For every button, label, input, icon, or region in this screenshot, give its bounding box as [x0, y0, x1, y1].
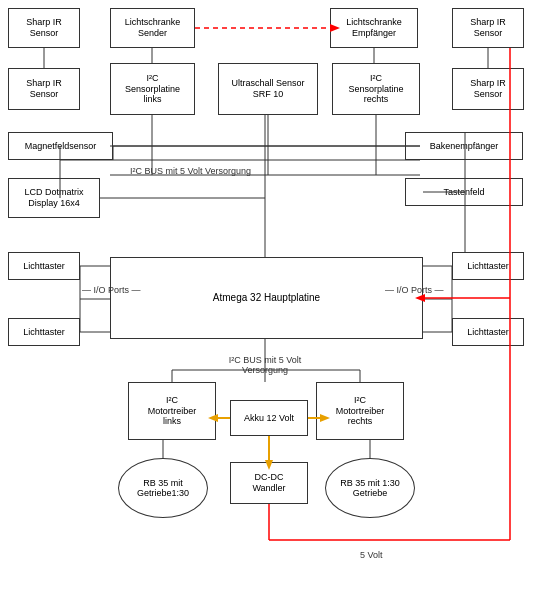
- five-volt-label: 5 Volt: [360, 550, 383, 560]
- lichttaster-bl: Lichttaster: [8, 318, 80, 346]
- lichttaster-tr: Lichttaster: [452, 252, 524, 280]
- lichttaster-br: Lichttaster: [452, 318, 524, 346]
- rb35-links: RB 35 mitGetriebe1:30: [118, 458, 208, 518]
- lichttaster-tl: Lichttaster: [8, 252, 80, 280]
- sharp-ir-tl: Sharp IRSensor: [8, 8, 80, 48]
- ultraschall: Ultraschall SensorSRF 10: [218, 63, 318, 115]
- lichtschranke-sender: LichtschrankeSender: [110, 8, 195, 48]
- hauptplatine: Atmega 32 Hauptplatine: [110, 257, 423, 339]
- io-ports-right-label: — I/O Ports —: [385, 285, 444, 295]
- i2c-bus-label-bottom: I²C BUS mit 5 VoltVersorgung: [175, 355, 355, 375]
- sharp-ir-mr: Sharp IRSensor: [452, 68, 524, 110]
- baken: Bakenempfänger: [405, 132, 523, 160]
- i2c-bus-label-top: I²C BUS mit 5 Volt Versorgung: [130, 166, 251, 176]
- sharp-ir-ml: Sharp IRSensor: [8, 68, 80, 110]
- lcd: LCD DotmatrixDisplay 16x4: [8, 178, 100, 218]
- tastenfeld: Tastenfeld: [405, 178, 523, 206]
- magnetfeld: Magnetfeldsensor: [8, 132, 113, 160]
- rb35-rechts: RB 35 mit 1:30Getriebe: [325, 458, 415, 518]
- io-ports-left-label: — I/O Ports —: [82, 285, 141, 295]
- akku: Akku 12 Volt: [230, 400, 308, 436]
- diagram: Sharp IRSensor LichtschrankeSender Licht…: [0, 0, 533, 607]
- i2c-sensor-rechts: I²CSensorplatinerechts: [332, 63, 420, 115]
- lichtschranke-empfaenger: LichtschrankeEmpfänger: [330, 8, 418, 48]
- sharp-ir-tr: Sharp IRSensor: [452, 8, 524, 48]
- dcdc: DC-DCWandler: [230, 462, 308, 504]
- i2c-motor-rechts: I²CMotortreiberrechts: [316, 382, 404, 440]
- i2c-motor-links: I²CMotortreiberlinks: [128, 382, 216, 440]
- i2c-sensor-links: I²CSensorplatinelinks: [110, 63, 195, 115]
